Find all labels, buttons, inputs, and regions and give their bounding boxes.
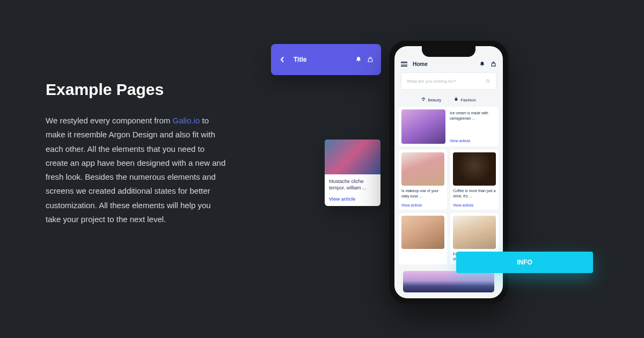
shopping-bag-icon[interactable] — [491, 61, 496, 67]
feed-banner-image — [403, 271, 494, 292]
shopping-bag-icon[interactable] — [367, 56, 374, 63]
search-icon — [486, 76, 491, 86]
svg-rect-2 — [455, 98, 458, 100]
svg-line-1 — [489, 82, 490, 83]
description-text-before: We restyled every component from — [46, 116, 172, 125]
view-article-link[interactable]: View article — [401, 203, 444, 207]
diamond-icon — [421, 97, 426, 102]
info-button[interactable]: INFO — [456, 252, 593, 273]
tab-label: Beauty — [428, 98, 441, 102]
svg-point-0 — [486, 79, 489, 82]
view-article-link[interactable]: View article — [450, 139, 496, 143]
tab-fashion[interactable]: Fashion — [454, 97, 475, 102]
article-card[interactable] — [399, 213, 447, 265]
bell-icon[interactable] — [355, 56, 362, 63]
title-bar-label: Title — [294, 56, 306, 63]
article-card[interactable]: Is makeup one of your daily esse ... Vie… — [399, 150, 447, 210]
article-image — [401, 216, 444, 249]
galio-link[interactable]: Galio.io — [172, 116, 200, 125]
tab-beauty[interactable]: Beauty — [421, 97, 441, 102]
article-image — [453, 216, 496, 249]
article-image — [401, 152, 444, 186]
article-title: Mustache cliche tempor, william ... — [329, 179, 376, 191]
bag-icon — [454, 97, 458, 102]
page-heading: Example Pages — [46, 80, 228, 99]
tab-label: Fashion — [460, 98, 475, 102]
floating-article-card[interactable]: Mustache cliche tempor, william ... View… — [325, 139, 380, 206]
tab-separator — [449, 97, 449, 104]
article-card[interactable]: Coffee is more than just a drink: It's .… — [450, 150, 499, 210]
page-description: We restyled every component from Galio.i… — [46, 114, 228, 226]
article-image — [325, 139, 380, 174]
title-bar-card: Title — [271, 44, 381, 75]
view-article-link[interactable]: View article — [453, 203, 496, 207]
description-text-after: to make it resemble Argon Design and als… — [46, 116, 225, 224]
article-title: Coffee is more than just a drink: It's .… — [453, 188, 496, 199]
article-title: Ice cream is made with carrageenan ... — [450, 111, 496, 121]
bell-icon[interactable] — [479, 61, 485, 67]
info-button-label: INFO — [517, 259, 532, 266]
article-image — [401, 109, 445, 144]
article-image — [453, 152, 496, 186]
article-title: Is makeup one of your daily esse ... — [401, 188, 444, 199]
search-placeholder: What are you looking for? — [407, 79, 456, 84]
phone-notch — [422, 46, 475, 57]
preview-stage: Title Mustache cliche tempor, william ..… — [271, 41, 620, 325]
article-card[interactable]: Ice cream is made with carrageenan ... V… — [399, 107, 499, 146]
back-icon[interactable] — [279, 56, 286, 63]
menu-icon[interactable] — [401, 62, 407, 67]
view-article-link[interactable]: View article — [329, 196, 376, 202]
header-title: Home — [413, 61, 428, 67]
search-input[interactable]: What are you looking for? — [401, 72, 496, 90]
category-tabs: Beauty Fashion — [394, 94, 503, 107]
